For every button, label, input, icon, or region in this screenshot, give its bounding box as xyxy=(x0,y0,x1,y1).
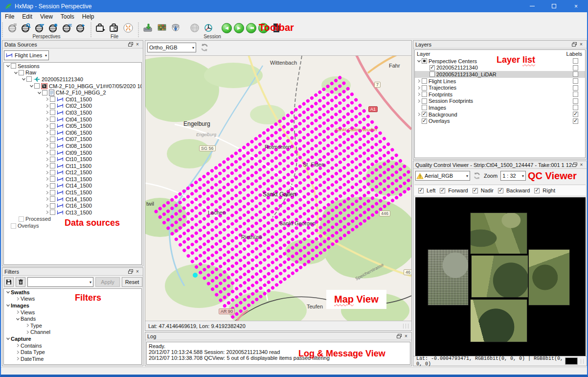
labels-checkbox[interactable] xyxy=(573,78,578,84)
checkbox[interactable] xyxy=(50,163,55,168)
chevron-right-icon[interactable] xyxy=(44,150,50,155)
filter-preset-combobox[interactable]: ▾ xyxy=(27,277,93,287)
checkbox[interactable] xyxy=(50,170,55,175)
tree-item[interactable]: Contains xyxy=(4,342,141,349)
title-bar[interactable]: HxMap - Session Perspective × xyxy=(1,0,587,12)
chevron-right-icon[interactable] xyxy=(15,343,21,348)
tree-item[interactable]: Ct13_1500 xyxy=(4,176,141,183)
checkbox[interactable] xyxy=(422,58,427,64)
toolbar-grip[interactable] xyxy=(138,23,140,37)
checkbox[interactable] xyxy=(50,130,55,135)
next-strip-button[interactable]: ▶ xyxy=(234,23,244,33)
checkbox[interactable] xyxy=(50,137,55,142)
chevron-right-icon[interactable] xyxy=(44,104,50,108)
open-session-icon[interactable] xyxy=(95,22,107,34)
checkbox[interactable] xyxy=(422,98,427,104)
tree-item[interactable]: Background xyxy=(415,111,585,118)
export-session-icon[interactable] xyxy=(170,22,181,34)
tree-item[interactable]: Trajectories xyxy=(415,84,585,91)
checkbox[interactable] xyxy=(50,176,55,182)
chevron-down-icon[interactable] xyxy=(15,317,21,321)
tree-item[interactable]: Footprints xyxy=(415,91,585,98)
triangulation-perspective-icon[interactable] xyxy=(34,22,45,34)
chevron-right-icon[interactable] xyxy=(24,323,30,328)
tree-item[interactable]: Ct11_1500 xyxy=(4,163,141,169)
maximize-button[interactable] xyxy=(543,0,565,12)
checkbox[interactable] xyxy=(50,103,55,109)
qc-thumbnail-right[interactable] xyxy=(528,249,570,306)
chevron-right-icon[interactable] xyxy=(44,157,50,162)
save-session-icon[interactable] xyxy=(109,22,120,34)
run-perspective-icon[interactable] xyxy=(75,22,87,34)
float-panel-icon[interactable] xyxy=(572,162,578,168)
first-strip-button[interactable]: ◀◀ xyxy=(246,23,256,33)
chevron-right-icon[interactable] xyxy=(416,79,422,83)
labels-checkbox[interactable] xyxy=(573,58,578,64)
checkbox[interactable] xyxy=(34,83,40,89)
settings-perspective-icon[interactable] xyxy=(47,22,59,34)
view-toggle-forward[interactable]: Forward xyxy=(440,188,468,193)
chevron-right-icon[interactable] xyxy=(44,97,50,101)
chevron-right-icon[interactable] xyxy=(15,356,21,361)
close-panel-icon[interactable]: × xyxy=(578,42,585,47)
chevron-down-icon[interactable] xyxy=(416,59,422,63)
tree-item[interactable]: Ct14_1500 xyxy=(4,183,141,189)
chevron-right-icon[interactable] xyxy=(15,310,21,314)
chevron-right-icon[interactable] xyxy=(44,170,50,175)
reset-filter-button[interactable]: Reset xyxy=(122,277,142,287)
checkbox[interactable] xyxy=(11,63,16,69)
toolbar-grip[interactable] xyxy=(2,23,4,37)
chevron-right-icon[interactable] xyxy=(44,210,50,214)
qc-thumbnail-left[interactable] xyxy=(428,249,469,306)
checkbox[interactable] xyxy=(50,123,55,129)
chevron-right-icon[interactable] xyxy=(416,99,422,103)
labels-checkbox[interactable] xyxy=(573,98,578,104)
labels-checkbox[interactable] xyxy=(573,118,578,124)
save-filter-button[interactable] xyxy=(4,277,14,287)
tree-item[interactable]: Ct04_1500 xyxy=(4,116,141,123)
view-toggle-right[interactable]: Right xyxy=(534,188,555,193)
tree-item[interactable]: Type xyxy=(4,322,141,329)
tree-item[interactable]: Images xyxy=(4,302,141,309)
tree-item[interactable]: Ct14_1500 xyxy=(4,196,141,203)
resize-grip[interactable] xyxy=(581,359,584,364)
tree-item[interactable]: Ct13_1500 xyxy=(4,209,141,216)
checkbox[interactable] xyxy=(430,65,435,71)
checkbox[interactable] xyxy=(422,105,427,110)
chevron-down-icon[interactable] xyxy=(36,91,42,95)
checkbox[interactable] xyxy=(50,157,55,162)
tree-item[interactable]: Images xyxy=(415,104,585,111)
menu-item-file[interactable]: File xyxy=(1,13,18,21)
tree-item[interactable]: Session Footprints xyxy=(415,98,585,105)
checkbox[interactable] xyxy=(418,188,424,193)
tree-item[interactable]: DateTime xyxy=(4,355,141,362)
tree-item[interactable]: Data Type xyxy=(4,349,141,355)
checkbox[interactable] xyxy=(422,118,427,124)
chevron-down-icon[interactable] xyxy=(21,77,26,81)
tree-item[interactable]: Ct09_1500 xyxy=(4,149,141,156)
checkbox[interactable] xyxy=(430,71,435,77)
labels-checkbox[interactable] xyxy=(573,71,578,77)
chevron-down-icon[interactable] xyxy=(13,71,19,75)
resize-grip[interactable] xyxy=(403,324,408,329)
checkbox[interactable] xyxy=(50,96,55,102)
prev-strip-button[interactable]: ◀ xyxy=(222,23,232,33)
close-button[interactable]: × xyxy=(565,0,587,12)
chevron-right-icon[interactable] xyxy=(416,112,422,117)
qc-thumbnail-backward[interactable] xyxy=(470,299,527,342)
checkbox[interactable] xyxy=(422,92,427,97)
menu-item-help[interactable]: Help xyxy=(78,13,98,21)
close-panel-icon[interactable]: × xyxy=(134,42,141,47)
tree-item[interactable]: Views xyxy=(4,309,141,316)
tree-item[interactable]: Views xyxy=(4,296,141,303)
checkbox[interactable] xyxy=(19,70,24,75)
chevron-down-icon[interactable] xyxy=(5,303,11,307)
view-toggle-backward[interactable]: Backward xyxy=(498,188,530,193)
chevron-right-icon[interactable] xyxy=(416,92,422,96)
menu-item-view[interactable]: View xyxy=(36,13,57,21)
tree-item[interactable]: 20200521121340 xyxy=(4,76,141,83)
menu-item-edit[interactable]: Edit xyxy=(18,13,36,21)
tree-item[interactable]: Ct06_1500 xyxy=(4,129,141,136)
close-session-icon[interactable] xyxy=(122,22,134,34)
menu-item-tools[interactable]: Tools xyxy=(57,13,78,21)
